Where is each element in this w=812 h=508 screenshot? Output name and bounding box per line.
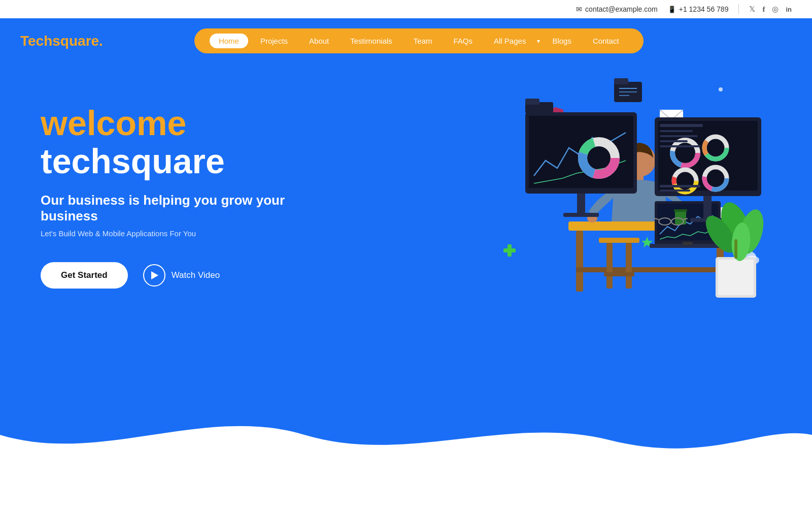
nav-projects[interactable]: Projects — [251, 34, 297, 48]
svg-rect-79 — [660, 145, 700, 147]
svg-rect-76 — [660, 130, 693, 132]
phone-text: +1 1234 56 789 — [679, 5, 729, 13]
main-nav: Home Projects About Testimonials Team FA… — [194, 28, 644, 53]
svg-point-0 — [719, 87, 723, 91]
svg-rect-25 — [599, 238, 639, 243]
play-icon — [143, 264, 165, 287]
watch-video-label: Watch Video — [172, 270, 220, 280]
email-text: contact@example.com — [585, 5, 658, 13]
watch-video-button[interactable]: Watch Video — [143, 264, 220, 287]
hero-illustration: ✓ — [426, 59, 771, 364]
svg-point-74 — [711, 174, 720, 183]
logo: Techsquare. — [20, 33, 103, 49]
nav-team[interactable]: Team — [404, 34, 442, 48]
hero-brand-text: techsquare — [41, 142, 225, 180]
contact-info: ✉ contact@example.com 📱 +1 1234 56 789 — [576, 5, 728, 13]
svg-rect-75 — [660, 124, 703, 127]
header: Techsquare. Home Projects About Testimon… — [0, 18, 812, 64]
svg-rect-27 — [626, 243, 632, 289]
svg-point-52 — [591, 150, 606, 166]
twitter-link[interactable] — [749, 5, 755, 14]
get-started-button[interactable]: Get Started — [41, 262, 128, 289]
topbar: ✉ contact@example.com 📱 +1 1234 56 789 — [0, 0, 812, 18]
dropdown-chevron-icon: ▾ — [537, 38, 540, 45]
hero-section: Techsquare. Home Projects About Testimon… — [0, 18, 812, 465]
facebook-link[interactable] — [762, 5, 765, 14]
svg-rect-77 — [660, 135, 698, 137]
phone-icon: 📱 — [668, 6, 676, 13]
svg-rect-83 — [718, 260, 754, 295]
svg-rect-28 — [604, 272, 634, 276]
nav-all-pages[interactable]: All Pages — [485, 34, 535, 48]
social-links — [749, 5, 792, 14]
svg-rect-47 — [563, 213, 599, 217]
phone-contact: 📱 +1 1234 56 789 — [668, 5, 729, 13]
svg-rect-78 — [660, 140, 688, 142]
hero-subtitle: Our business is helping you grow your bu… — [41, 193, 315, 224]
svg-point-62 — [680, 148, 690, 158]
email-contact: ✉ contact@example.com — [576, 5, 658, 13]
svg-point-70 — [681, 176, 690, 185]
svg-rect-22 — [576, 231, 583, 292]
hero-title: welcome techsquare — [41, 104, 315, 180]
nav-contact[interactable]: Contact — [584, 34, 628, 48]
nav-about[interactable]: About — [300, 34, 338, 48]
svg-rect-80 — [660, 185, 700, 187]
logo-dot: . — [99, 33, 103, 49]
hero-content: welcome techsquare Our business is helpi… — [0, 64, 355, 289]
hero-welcome-text: welcome — [41, 104, 186, 142]
email-icon: ✉ — [576, 5, 582, 13]
divider — [738, 4, 739, 14]
svg-rect-81 — [660, 189, 690, 192]
instagram-link[interactable] — [772, 5, 779, 14]
nav-testimonials[interactable]: Testimonials — [341, 34, 401, 48]
svg-rect-24 — [576, 267, 724, 272]
svg-rect-16 — [503, 248, 516, 252]
nav-faqs[interactable]: FAQs — [445, 34, 482, 48]
logo-text: Techsquare — [20, 33, 99, 49]
hero-buttons: Get Started Watch Video — [41, 262, 315, 289]
svg-rect-46 — [577, 194, 585, 214]
nav-home[interactable]: Home — [210, 34, 248, 48]
svg-rect-26 — [606, 243, 613, 289]
wave-bottom — [0, 404, 812, 465]
play-triangle-icon — [151, 271, 158, 279]
svg-rect-4 — [614, 78, 628, 84]
svg-point-66 — [711, 143, 720, 152]
svg-rect-57 — [703, 196, 712, 219]
illustration-svg: ✓ — [426, 59, 771, 364]
svg-rect-36 — [683, 242, 693, 245]
svg-rect-38 — [674, 209, 687, 212]
nav-blogs[interactable]: Blogs — [543, 34, 581, 48]
nav-all-pages-wrapper: All Pages ▾ — [485, 34, 540, 48]
hero-sub2: Let's Build Web & Mobile Applications Fo… — [41, 229, 315, 238]
svg-rect-37 — [675, 210, 686, 225]
svg-rect-88 — [734, 239, 737, 259]
svg-rect-54 — [525, 99, 539, 105]
linkedin-link[interactable] — [786, 6, 792, 13]
